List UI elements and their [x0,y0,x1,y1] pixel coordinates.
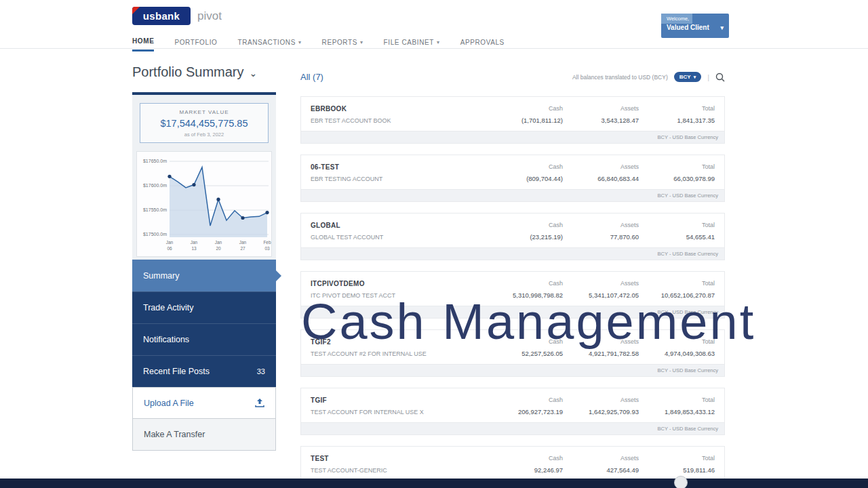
total-column: Total 54,655.41 [648,221,724,241]
account-card[interactable]: 06-TEST EBR TESTING ACCOUNT Cash (809,70… [300,155,725,202]
nav-item-label: HOME [132,37,154,45]
account-name: EBRBOOK [311,104,496,113]
nav-item-portfolio[interactable]: PORTFOLIO [174,37,217,52]
base-currency-note: BCY - USD Base Currency [301,247,724,260]
app-name: pivot [197,9,222,23]
account-name: TGIF [311,396,496,405]
total-column: Total 1,841,317.35 [648,104,724,125]
user-menu-button[interactable]: Welcome, Valued Client ▾ [661,14,729,38]
assets-value: 3,543,128.47 [572,117,639,125]
nav-item-home[interactable]: HOME [132,37,154,52]
chevron-down-icon: ▾ [298,39,302,45]
account-card[interactable]: GLOBAL GLOBAL TEST ACCOUNT Cash (23,215.… [300,213,725,260]
total-label: Total [648,221,715,230]
player-control-circle[interactable] [674,476,688,488]
cash-column: Cash (1,701,811.12) [496,104,572,125]
svg-text:06: 06 [167,246,172,251]
market-value-asof: as of Feb 3, 2022 [143,131,265,138]
total-label: Total [648,454,715,463]
account-description: GLOBAL TEST ACCOUNT [311,233,496,241]
cash-label: Cash [496,454,563,463]
video-title-overlay: Cash Management [301,297,755,347]
portfolio-summary-title[interactable]: Portfolio Summary ⌄ [132,64,257,80]
assets-column: Assets 3,543,128.47 [572,104,648,125]
account-card[interactable]: TGIF TEST ACCOUNT FOR INTERNAL USE X Cas… [300,388,725,435]
cash-column: Cash (809,704.44) [496,163,572,183]
cash-column: Cash 92,246.97 [496,454,572,474]
cash-value: (1,701,811.12) [496,117,563,125]
assets-label: Assets [572,104,639,113]
nav-item-reports[interactable]: REPORTS▾ [322,37,363,52]
welcome-label: Welcome, [667,16,724,22]
usbank-logo: usbank [132,7,191,25]
account-description: TEST ACCOUNT-GENERIC [311,466,496,474]
svg-text:$17600.0m: $17600.0m [143,183,167,188]
sidebar-item-label: Make A Transfer [144,430,205,439]
base-currency-note: BCY - USD Base Currency [301,422,724,434]
svg-text:Jan: Jan [239,240,247,245]
account-description: TEST ACCOUNT FOR INTERNAL USE X [311,408,496,416]
tab-all[interactable]: All (7) [300,72,323,82]
account-card[interactable]: EBRBOOK EBR TEST ACCOUNT BOOK Cash (1,70… [300,96,725,144]
list-controls: All balances translated to USD (BCY) BCY… [572,72,725,82]
market-value-amount: $17,544,455,775.85 [143,118,265,129]
total-column: Total 1,849,853,433.12 [648,396,724,416]
assets-value: 427,564.49 [572,466,639,474]
video-progress-bar[interactable] [0,479,868,488]
currency-selector-label: BCY [679,74,691,80]
app-header: usbank pivot Welcome, Valued Client ▾ HO… [0,0,868,49]
total-value: 66,030,978.99 [648,175,715,183]
base-currency-note: BCY - USD Base Currency [301,131,724,143]
market-value-card: MARKET VALUE $17,544,455,775.85 as of Fe… [132,95,276,150]
market-value-chart: $17650.0m$17600.0m$17550.0m$17500.0mJan0… [132,150,276,260]
svg-text:13: 13 [191,246,197,251]
chevron-down-icon: ▾ [720,24,724,31]
total-label: Total [648,279,715,288]
total-value: 1,841,317.35 [648,117,715,125]
total-value: 4,974,049,308.63 [648,350,715,358]
total-column: Total 66,030,978.99 [648,163,724,183]
sidebar-item-notifications[interactable]: Notifications [132,323,276,355]
user-name: Valued Client [667,24,709,31]
cash-label: Cash [496,104,563,113]
svg-text:$17650.0m: $17650.0m [143,159,167,163]
cash-value: 92,246.97 [496,466,563,474]
account-description: EBR TEST ACCOUNT BOOK [311,117,496,125]
svg-text:Jan: Jan [166,240,174,245]
svg-text:27: 27 [240,246,245,251]
sidebar-item-upload-a-file[interactable]: Upload A File [132,387,276,419]
sidebar-item-make-a-transfer[interactable]: Make A Transfer [132,419,276,451]
nav-item-approvals[interactable]: APPROVALS [460,37,505,52]
nav-item-transactions[interactable]: TRANSACTIONS▾ [237,37,301,52]
base-currency-note: BCY - USD Base Currency [301,189,724,201]
svg-text:$17550.0m: $17550.0m [143,207,167,212]
assets-column: Assets 66,840,683.44 [572,163,648,183]
svg-text:03: 03 [264,246,270,251]
nav-item-file-cabinet[interactable]: FILE CABINET▾ [384,37,440,52]
cash-value: 52,257,526.05 [496,350,563,358]
assets-label: Assets [572,221,639,230]
chevron-down-icon: ▾ [437,39,440,45]
line-chart: $17650.0m$17600.0m$17550.0m$17500.0mJan0… [137,152,271,253]
svg-text:Jan: Jan [215,240,222,245]
cash-label: Cash [496,396,563,405]
sidebar-item-recent-file-posts[interactable]: Recent File Posts33 [132,355,276,387]
assets-column: Assets 1,642,925,709.93 [572,396,648,416]
currency-selector-button[interactable]: BCY ▾ [674,72,701,82]
base-currency-note: BCY - USD Base Currency [301,364,724,376]
sidebar-item-summary[interactable]: Summary [132,260,276,291]
main-nav: HOMEPORTFOLIOTRANSACTIONS▾REPORTS▾FILE C… [132,37,505,52]
assets-value: 1,642,925,709.93 [572,408,639,416]
sidebar-item-trade-activity[interactable]: Trade Activity [132,291,276,323]
cash-column: Cash 206,927,723.19 [496,396,572,416]
svg-text:20: 20 [216,246,221,251]
search-icon[interactable] [715,73,725,82]
total-label: Total [648,396,715,405]
sidebar-item-label: Trade Activity [143,303,194,312]
account-name: ITCPIVOTDEMO [311,279,496,288]
nav-item-label: REPORTS [322,39,357,46]
total-column: Total 519,811.46 [648,454,724,474]
chevron-down-icon: ⌄ [250,68,258,79]
account-description: TEST ACCOUNT #2 FOR INTERNAL USE [311,350,496,358]
brand: usbank pivot [132,7,222,25]
